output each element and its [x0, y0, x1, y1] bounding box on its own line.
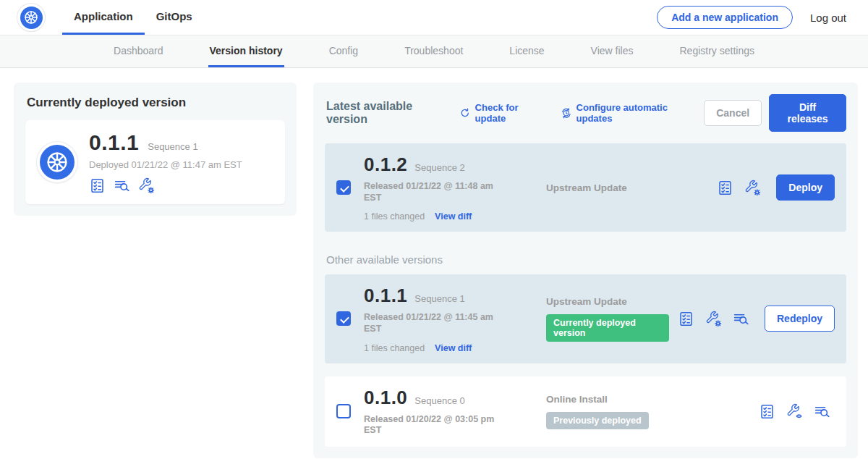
release-notes-icon[interactable] — [717, 180, 733, 196]
view-files-icon[interactable] — [814, 403, 830, 420]
edit-config-icon[interactable] — [138, 177, 155, 194]
version-source-label: Upstream Update — [546, 182, 708, 193]
diff-releases-button[interactable]: Diff releases — [769, 94, 846, 132]
edit-config-icon[interactable] — [744, 180, 761, 196]
sequence-label: Sequence 2 — [414, 162, 464, 173]
check-for-update-link[interactable]: Check for update — [459, 102, 542, 124]
kubernetes-logo — [17, 4, 45, 31]
currently-deployed-badge: Currently deployed version — [546, 314, 669, 342]
tab-registry-settings[interactable]: Registry settings — [678, 35, 756, 67]
version-number: 0.1.1 — [364, 285, 407, 307]
nav-tabs: Application GitOps — [62, 0, 204, 35]
nav-tab-application[interactable]: Application — [62, 0, 145, 35]
release-notes-icon[interactable] — [678, 311, 694, 327]
deployed-sequence-label: Sequence 1 — [148, 141, 197, 152]
check-for-update-label: Check for update — [475, 102, 542, 124]
version-row-0-1-1: 0.1.1 Sequence 1 Released 01/21/22 @ 11:… — [325, 274, 846, 363]
tab-config[interactable]: Config — [328, 35, 359, 67]
version-number: 0.1.0 — [364, 387, 407, 409]
version-checkbox[interactable] — [336, 404, 351, 418]
cancel-button[interactable]: Cancel — [704, 100, 762, 126]
main-content: Currently deployed version 0.1.1 Sequenc… — [0, 68, 868, 458]
latest-available-title: Latest available version — [326, 100, 441, 126]
tab-license[interactable]: License — [508, 35, 545, 67]
other-available-versions-title: Other available versions — [326, 253, 846, 266]
logout-button[interactable]: Log out — [810, 12, 846, 24]
deployed-version-card: 0.1.1 Sequence 1 Deployed 01/21/22 @ 11:… — [25, 120, 285, 204]
version-source-label: Upstream Update — [546, 296, 669, 307]
clock-refresh-icon — [561, 106, 572, 119]
release-notes-icon[interactable] — [759, 403, 775, 420]
kubernetes-wheel-icon — [45, 150, 69, 174]
deploy-button[interactable]: Deploy — [776, 174, 835, 201]
view-files-icon[interactable] — [733, 311, 749, 327]
kubernetes-wheel-icon — [23, 9, 39, 25]
version-checkbox[interactable] — [336, 180, 351, 195]
available-versions-panel: Latest available version Check for updat… — [313, 83, 858, 458]
refresh-icon — [459, 106, 471, 119]
edit-config-icon[interactable] — [705, 311, 722, 327]
released-timestamp: Released 01/21/22 @ 11:48 am EST — [364, 181, 506, 203]
top-nav: Application GitOps Add a new application… — [0, 0, 868, 35]
deployed-timestamp: Deployed 01/21/22 @ 11:47 am EST — [89, 159, 242, 170]
view-diff-link[interactable]: View diff — [435, 343, 472, 353]
redeploy-button[interactable]: Redeploy — [765, 306, 835, 332]
deployed-version-number: 0.1.1 — [89, 130, 139, 155]
tab-view-files[interactable]: View files — [590, 35, 635, 67]
sequence-label: Sequence 0 — [414, 395, 464, 406]
previously-deployed-badge: Previously deployed — [546, 412, 649, 429]
nav-tab-gitops[interactable]: GitOps — [145, 0, 204, 35]
view-files-icon[interactable] — [114, 177, 130, 194]
version-number: 0.1.2 — [364, 153, 407, 176]
files-changed-label: 1 files changed — [364, 211, 425, 222]
configure-automatic-updates-label: Configure automatic updates — [576, 102, 690, 124]
version-source-label: Online Install — [546, 394, 750, 405]
tab-troubleshoot[interactable]: Troubleshoot — [403, 35, 464, 67]
app-logo — [37, 142, 77, 182]
configure-automatic-updates-link[interactable]: Configure automatic updates — [561, 102, 689, 124]
view-config-icon[interactable] — [786, 403, 803, 420]
version-checkbox[interactable] — [336, 311, 351, 326]
tab-dashboard[interactable]: Dashboard — [112, 35, 165, 67]
files-changed-label: 1 files changed — [364, 343, 425, 353]
tab-version-history[interactable]: Version history — [208, 35, 284, 67]
app-subnav: Dashboard Version history Config Trouble… — [0, 35, 868, 68]
version-row-0-1-2: 0.1.2 Sequence 2 Released 01/21/22 @ 11:… — [325, 143, 846, 232]
released-timestamp: Released 01/20/22 @ 03:05 pm EST — [364, 414, 506, 437]
release-notes-icon[interactable] — [89, 177, 106, 194]
sequence-label: Sequence 1 — [414, 293, 464, 304]
version-row-0-1-0: 0.1.0 Sequence 0 Released 01/20/22 @ 03:… — [325, 376, 846, 447]
add-new-application-button[interactable]: Add a new application — [657, 6, 793, 29]
currently-deployed-panel: Currently deployed version 0.1.1 Sequenc… — [14, 83, 297, 216]
currently-deployed-title: Currently deployed version — [27, 96, 285, 110]
view-diff-link[interactable]: View diff — [435, 211, 472, 222]
released-timestamp: Released 01/21/22 @ 11:45 am EST — [364, 312, 506, 334]
